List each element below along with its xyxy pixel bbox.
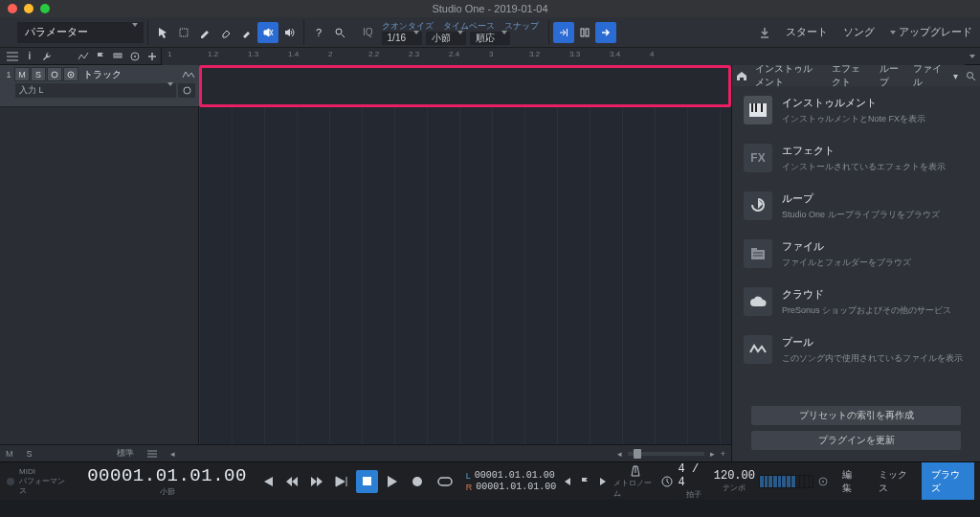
footer-tab-mix[interactable]: ミックス [869,462,922,500]
timesig-display[interactable]: 4 / 4 拍子 [679,462,710,500]
browser-item-fx[interactable]: FXエフェクトインストールされているエフェクトを表示 [732,134,980,182]
cloud-icon [744,287,772,316]
footer-tab-edit[interactable]: 編集 [833,462,869,500]
status-collapse-icon[interactable]: ◂ [170,449,175,459]
home-icon[interactable] [736,71,747,81]
marker-add-icon[interactable] [578,470,592,493]
status-menu-icon[interactable] [147,450,157,458]
solo-button[interactable]: S [31,67,46,81]
hscroll-left-icon[interactable]: ◂ [617,449,622,459]
listen-tool[interactable] [278,22,300,43]
start-button[interactable]: スタート [778,17,835,47]
quantize-select[interactable]: 1/16 [382,32,422,45]
follow-button[interactable] [595,22,616,43]
meter-settings-icon[interactable] [817,476,829,487]
metronome-group[interactable]: メトロノーム [613,464,656,499]
stop-button[interactable] [356,470,377,493]
hzoom-slider[interactable] [628,452,704,456]
browser-item-cloud[interactable]: クラウドPreSonus ショップおよびその他のサービス [732,278,980,326]
mute-tool[interactable] [257,22,278,43]
svg-point-11 [70,74,72,76]
play-button[interactable] [382,470,403,493]
search-button[interactable] [329,22,350,43]
autoscroll-button[interactable] [553,22,574,43]
go-end-button[interactable] [331,470,352,493]
wrench-icon[interactable] [38,49,56,64]
browser-item-title: インストゥルメント [782,96,925,110]
status-mute[interactable]: M [6,449,13,459]
browser-item-file[interactable]: ファイルファイルとフォルダーをブラウズ [732,230,980,278]
ruler-tick: 3.3 [569,50,580,58]
go-start-button[interactable] [256,470,278,493]
timeline-ruler[interactable]: 11.21.31.422.22.32.433.23.33.44 [161,48,965,65]
add-icon[interactable] [144,49,161,64]
flag-icon[interactable] [92,49,109,64]
hscroll-right-icon[interactable]: ▸ [710,449,715,459]
instrument-icon[interactable] [182,70,195,79]
svg-point-9 [52,72,57,78]
marker-icon[interactable] [109,49,126,64]
range-tool[interactable] [173,22,194,43]
arrangement-grid[interactable] [199,107,731,444]
target-icon[interactable] [126,49,144,64]
svg-point-22 [412,477,422,486]
ruler-end-icon[interactable] [965,55,980,58]
add-track-icon[interactable]: + [721,449,725,459]
svg-rect-5 [586,29,589,36]
menu-icon[interactable] [4,49,21,64]
erase-tool[interactable] [215,22,236,43]
pool-icon [744,335,772,364]
loc-r-time[interactable]: 00001.01.01.00 [476,482,556,493]
browser-search-icon[interactable] [966,71,976,81]
update-plugins-button[interactable]: プラグインを更新 [751,431,961,450]
input-select[interactable]: 入力 L [15,83,176,98]
tempo-display[interactable]: 120.00 テンポ [714,469,755,493]
ruler-tick: 3.4 [610,50,620,58]
arrangement-status-bar: M S 標準 ◂ ◂ ▸ + [0,444,731,461]
upgrade-button[interactable]: アップグレード [882,17,980,47]
draw-tool[interactable] [194,22,215,43]
help-button[interactable]: ? [308,22,329,43]
rewind-button[interactable] [281,470,302,493]
marker-next-icon[interactable] [596,470,611,493]
status-mode[interactable]: 標準 [117,447,134,460]
track-name[interactable]: トラック [79,68,181,81]
browser-item-subtitle: Studio One ループライブラリをブラウズ [782,209,940,220]
arrow-tool[interactable] [152,22,173,43]
browser-item-subtitle: このソング内で使用されているファイルを表示 [782,352,963,364]
monitor-button[interactable] [63,67,78,81]
track-header[interactable]: 1 M S トラック 入力 L [0,65,199,107]
preroll-icon[interactable] [660,470,675,493]
marker-prev-icon[interactable] [560,470,574,493]
loc-l-time[interactable]: 00001.01.01.00 [475,470,555,482]
footer-tab-browse[interactable]: ブラウズ [922,462,974,500]
snap-label: スナップ [504,20,539,32]
snap-select[interactable]: 順応 [470,32,510,45]
paint-tool[interactable] [236,22,257,43]
parameter-display[interactable]: パラメーター [17,22,144,43]
time-display[interactable]: 00001.01.01.00 小節 [81,465,253,497]
mute-button[interactable]: M [14,67,30,81]
info-icon[interactable]: i [21,49,38,64]
loop-button[interactable] [432,470,458,493]
browser-item-pool[interactable]: プールこのソング内で使用されているファイルを表示 [732,326,980,373]
track-lane-highlighted[interactable] [199,65,731,107]
forward-button[interactable] [306,470,327,493]
browser-tab-more[interactable]: ▾ [949,69,962,83]
snap-toggle[interactable] [574,22,595,43]
status-solo[interactable]: S [27,449,33,459]
browser-item-piano[interactable]: インストゥルメントインストゥルメントとNote FXを表示 [732,86,980,134]
svg-rect-4 [581,29,584,36]
song-button[interactable]: ソング [835,17,882,47]
automation-icon[interactable] [75,49,92,64]
browser-panel: インストゥルメント エフェクト ループ ファイル ▾ インストゥルメントインスト… [731,65,980,461]
record-button[interactable] [407,470,428,493]
browser-item-loop[interactable]: ループStudio One ループライブラリをブラウズ [732,182,980,230]
rebuild-index-button[interactable]: プリセットの索引を再作成 [751,406,961,425]
input-monitor-icon[interactable] [178,83,195,98]
record-arm-button[interactable] [47,67,62,81]
ruler-tick: 2.3 [409,50,419,58]
download-icon[interactable] [751,22,778,43]
iq-button[interactable]: IQ [360,22,376,43]
timebase-select[interactable]: 小節 [426,32,466,45]
